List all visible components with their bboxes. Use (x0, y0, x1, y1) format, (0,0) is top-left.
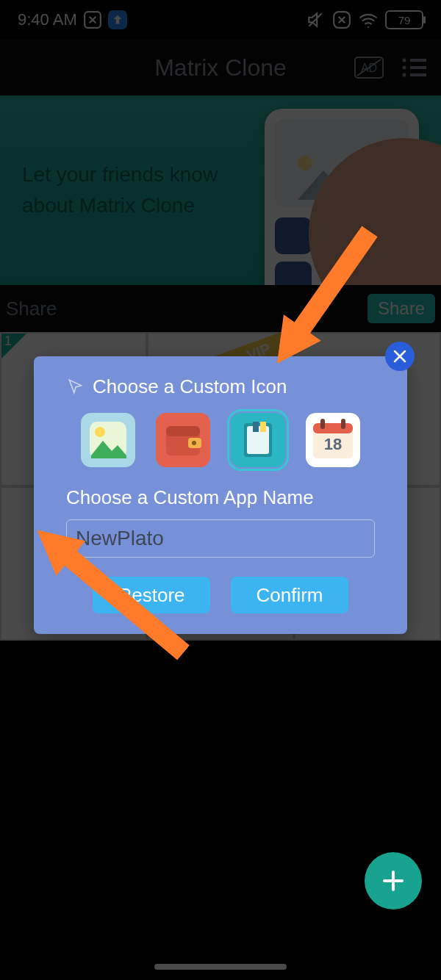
close-icon (392, 349, 407, 364)
close-button[interactable] (385, 342, 415, 371)
confirm-button[interactable]: Confirm (231, 577, 348, 613)
svg-rect-27 (320, 419, 325, 429)
icon-option-contacts[interactable] (231, 413, 285, 467)
wallet-icon (162, 419, 204, 461)
gallery-icon (87, 419, 129, 461)
icon-option-wallet[interactable] (156, 413, 210, 467)
contacts-icon (237, 419, 279, 461)
svg-rect-23 (260, 422, 266, 432)
dialog-title: Choose a Custom Icon (93, 375, 287, 398)
svg-rect-24 (253, 422, 259, 432)
svg-rect-18 (166, 426, 200, 436)
cursor-icon (66, 378, 85, 397)
icon-option-gallery[interactable] (81, 413, 135, 467)
calendar-icon: 18 (309, 416, 357, 464)
dialog-subtitle: Choose a Custom App Name (66, 486, 375, 509)
svg-rect-28 (341, 419, 345, 429)
icon-option-calendar[interactable]: 18 (306, 413, 360, 467)
svg-text:18: 18 (324, 435, 342, 453)
plus-icon (380, 868, 406, 894)
svg-point-20 (192, 441, 196, 445)
nav-home-indicator (154, 964, 287, 970)
add-fab[interactable] (365, 852, 422, 909)
svg-rect-26 (313, 423, 353, 433)
svg-point-16 (95, 427, 105, 437)
